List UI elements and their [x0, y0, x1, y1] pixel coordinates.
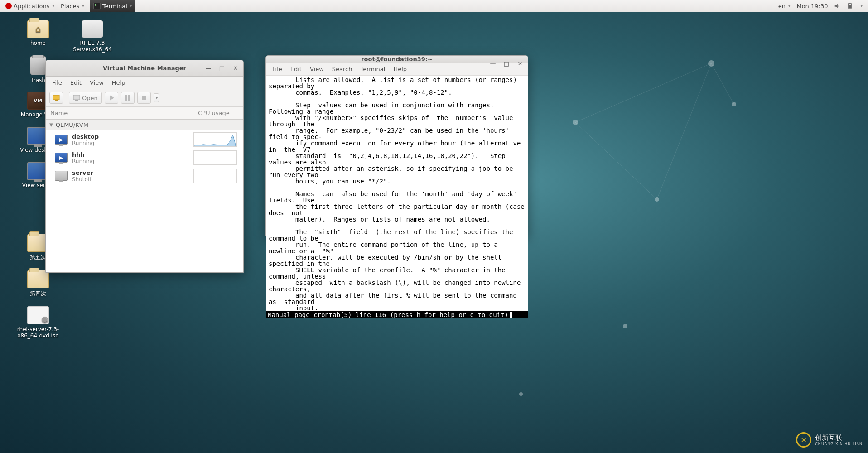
menu-edit[interactable]: Edit [287, 64, 305, 74]
minimize-button[interactable]: — [203, 63, 213, 73]
volume-indicator[interactable] [831, 3, 843, 9]
svg-rect-19 [142, 96, 146, 100]
open-button[interactable]: Open [69, 92, 102, 104]
clock[interactable]: Mon 19:30 [794, 3, 830, 10]
maximize-button[interactable]: □ [502, 58, 511, 68]
cpu-sparkline [193, 132, 237, 147]
svg-rect-15 [73, 95, 80, 100]
icon-label: 第五次 [30, 254, 46, 260]
monitor-icon [73, 94, 80, 101]
vm-name: hhh [72, 151, 193, 158]
folder-icon [27, 270, 49, 288]
vmm-menubar: File Edit View Help [46, 77, 243, 89]
watermark-logo-icon: ✕ [796, 432, 811, 448]
svg-line-1 [711, 63, 734, 104]
watermark-brand: 创新互联 [815, 434, 842, 442]
desktop-icon-home[interactable]: home [15, 20, 61, 46]
disk-icon [82, 20, 103, 38]
icon-label: rhel-server-7.3-x86_64-dvd.iso [17, 326, 59, 339]
menu-help[interactable]: Help [390, 64, 410, 74]
cpu-sparkline [193, 150, 237, 165]
svg-point-5 [573, 120, 578, 125]
shutdown-button[interactable] [137, 92, 151, 104]
menu-search[interactable]: Search [328, 64, 356, 74]
top-panel: Applications ▾ Places ▾ Terminal ▾ en ▾ … [0, 0, 868, 12]
icon-label: Trash [31, 77, 45, 83]
language-label: en [778, 3, 786, 10]
terminal-titlebar[interactable]: root@foundation39:~ — □ ✕ [266, 56, 528, 63]
battery-indicator[interactable] [844, 3, 856, 9]
terminal-title: root@foundation39:~ [361, 56, 433, 63]
vm-row[interactable]: ▶hhhRunning [46, 149, 243, 167]
icon-label: 第四次 [30, 290, 46, 297]
connection-row[interactable]: ▼ QEMU/KVM [46, 120, 243, 130]
vm-monitor-icon: ▶ [55, 135, 68, 145]
menu-file[interactable]: File [48, 77, 66, 88]
stop-icon [140, 94, 148, 101]
vm-monitor-icon [55, 171, 68, 181]
minimize-button[interactable]: — [488, 58, 498, 68]
chevron-down-icon: ▾ [788, 4, 791, 8]
clock-label: Mon 19:30 [796, 3, 828, 10]
svg-point-7 [655, 197, 659, 202]
menu-terminal[interactable]: Terminal [357, 64, 389, 74]
svg-rect-18 [128, 95, 130, 101]
menu-view[interactable]: View [86, 77, 107, 88]
pause-icon [124, 94, 131, 101]
maximize-button[interactable]: □ [217, 63, 227, 73]
taskbar-terminal[interactable]: Terminal ▾ [90, 0, 135, 12]
vmm-titlebar[interactable]: Virtual Machine Manager — □ ✕ [46, 60, 243, 77]
svg-rect-11 [849, 3, 851, 4]
svg-point-4 [708, 60, 714, 67]
vmm-list: ▼ QEMU/KVM ▶desktopRunning▶hhhRunningser… [46, 120, 243, 272]
vm-info: desktopRunning [72, 133, 193, 146]
language-indicator[interactable]: en ▾ [776, 3, 793, 10]
menu-file[interactable]: File [269, 64, 286, 74]
menu-view[interactable]: View [306, 64, 328, 74]
vm-info: serverShutoff [72, 169, 193, 183]
trash-icon [30, 56, 46, 75]
iso-file-icon [27, 306, 49, 324]
svg-line-2 [575, 122, 657, 199]
vm-state: Running [72, 140, 193, 146]
places-menu[interactable]: Places ▾ [58, 0, 87, 12]
disclosure-triangle-icon[interactable]: ▼ [49, 122, 53, 127]
svg-point-9 [519, 392, 523, 396]
open-label: Open [82, 95, 98, 101]
vm-name: server [72, 169, 193, 176]
vmm-toolbar: Open ▾ [46, 89, 243, 107]
vmm-window: Virtual Machine Manager — □ ✕ File Edit … [45, 60, 244, 273]
desktop-icon-iso[interactable]: rhel-server-7.3-x86_64-dvd.iso [11, 306, 65, 339]
menu-help[interactable]: Help [108, 77, 129, 88]
terminal-status-text: Manual page crontab(5) line 116 (press h… [268, 311, 508, 318]
vm-row[interactable]: ▶desktopRunning [46, 130, 243, 149]
close-button[interactable]: ✕ [515, 58, 525, 68]
desktop-icon-rhel-disk[interactable]: RHEL-7.3 Server.x86_64 [70, 20, 115, 53]
icon-label: RHEL-7.3 Server.x86_64 [73, 40, 112, 53]
close-button[interactable]: ✕ [231, 63, 241, 73]
vm-row[interactable]: serverShutoff [46, 167, 243, 185]
applications-label: Applications [14, 3, 49, 10]
home-folder-icon [27, 20, 49, 38]
battery-icon [847, 3, 853, 9]
run-button[interactable] [105, 92, 118, 104]
shutdown-menu-button[interactable]: ▾ [154, 93, 159, 102]
applications-menu[interactable]: Applications ▾ [3, 0, 57, 12]
vmm-column-headers: Name CPU usage [46, 107, 243, 120]
pause-button[interactable] [121, 92, 135, 104]
vm-info: hhhRunning [72, 151, 193, 164]
icon-label: home [30, 40, 46, 46]
desktop-icon-folder4[interactable]: 第四次 [15, 270, 61, 298]
new-vm-button[interactable] [49, 92, 63, 104]
connection-label: QEMU/KVM [56, 121, 88, 128]
redhat-logo-icon [5, 3, 12, 9]
vm-name: desktop [72, 133, 193, 140]
header-cpu[interactable]: CPU usage [193, 107, 243, 119]
terminal-output[interactable]: Lists are allowed. A list is a set of nu… [266, 76, 528, 311]
svg-rect-14 [55, 100, 58, 101]
header-name[interactable]: Name [46, 107, 193, 119]
terminal-cursor [509, 311, 513, 318]
system-menu[interactable]: ▾ [857, 4, 865, 8]
menu-edit[interactable]: Edit [67, 77, 85, 88]
watermark: ✕ 创新互联 CHUANG XIN HU LIAN [796, 432, 863, 448]
